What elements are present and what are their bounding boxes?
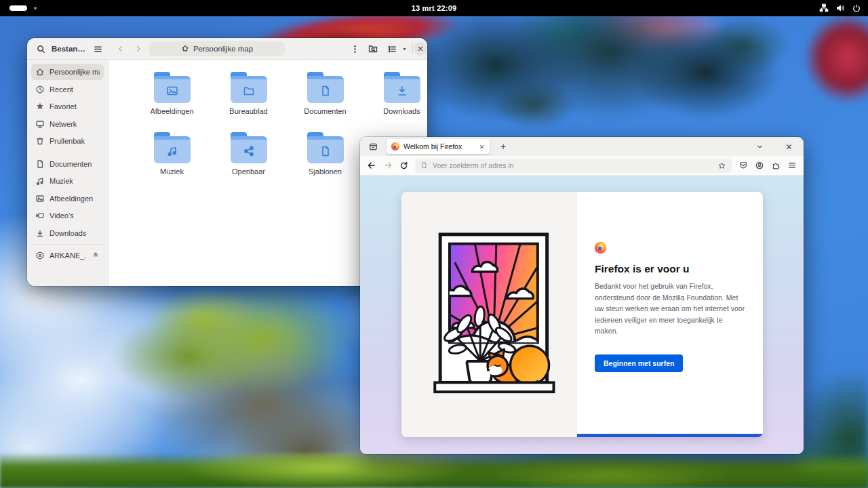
welcome-illustration-panel xyxy=(401,192,577,437)
trash-icon xyxy=(35,136,45,146)
hamburger-menu-icon[interactable] xyxy=(91,42,104,56)
files-sidebar: Persoonlijke map Recent Favoriet Netwerk… xyxy=(27,60,108,286)
sidebar-item-network[interactable]: Netwerk xyxy=(31,116,104,132)
pocket-icon[interactable] xyxy=(738,161,748,170)
header-divider xyxy=(412,43,413,54)
sidebar-item-downloads[interactable]: Downloads xyxy=(31,225,104,241)
home-icon xyxy=(35,67,45,77)
folder-item-templates[interactable]: Sjablonen xyxy=(287,132,363,176)
eject-icon[interactable] xyxy=(92,249,100,262)
sidebar-separator xyxy=(33,244,102,245)
document-icon xyxy=(35,159,45,169)
welcome-card: Firefox is er voor u Bedankt voor het ge… xyxy=(401,192,763,437)
back-icon[interactable] xyxy=(367,161,376,170)
sidebar-item-device[interactable]: ARKANE_… xyxy=(31,247,104,264)
new-tab-button[interactable]: + xyxy=(496,141,510,152)
desktop: 13 mrt 22:09 Bestan… Persoonlijk xyxy=(0,0,868,488)
wallpaper-rocks xyxy=(420,12,800,144)
tab-close-icon[interactable] xyxy=(479,144,485,150)
welcome-body-text: Bedankt voor het gebruik van Firefox, on… xyxy=(595,281,745,337)
folder-item-music[interactable]: Muziek xyxy=(134,132,210,176)
firefox-logo-icon xyxy=(595,242,606,253)
sidebar-item-recent[interactable]: Recent xyxy=(31,81,104,98)
firefox-window: Welkom bij Firefox + Voer zoekterm of ad… xyxy=(360,137,804,454)
firefox-nav-bar: Voer zoekterm of adres in xyxy=(360,156,804,176)
download-icon xyxy=(35,228,45,238)
system-status-area[interactable] xyxy=(819,0,861,16)
gnome-top-bar: 13 mrt 22:09 xyxy=(0,0,868,16)
back-button[interactable] xyxy=(114,42,127,56)
sidebar-item-pictures[interactable]: Afbeeldingen xyxy=(31,190,104,207)
video-icon xyxy=(35,211,45,220)
forward-button[interactable] xyxy=(132,42,145,56)
network-icon xyxy=(35,119,45,129)
forward-icon[interactable] xyxy=(383,161,393,170)
path-label: Persoonlijke map xyxy=(193,45,253,53)
extensions-icon[interactable] xyxy=(771,161,781,170)
view-dropdown-caret-icon[interactable] xyxy=(399,42,410,56)
window-close-button[interactable] xyxy=(414,42,427,56)
sidebar-item-trash[interactable]: Prullenbak xyxy=(31,133,104,149)
desktop-folder-icon xyxy=(231,72,267,103)
disc-icon xyxy=(35,251,45,260)
active-tab[interactable]: Welkom bij Firefox xyxy=(387,139,490,154)
wallpaper-red-corner xyxy=(804,12,868,104)
music-icon xyxy=(35,176,45,186)
folder-item-public[interactable]: Openbaar xyxy=(210,132,287,176)
volume-icon xyxy=(835,3,845,13)
star-icon xyxy=(35,102,45,111)
public-folder-icon xyxy=(231,132,267,163)
firefox-view-icon[interactable] xyxy=(368,142,378,152)
music-folder-icon xyxy=(154,132,191,163)
welcome-heading: Firefox is er voor u xyxy=(595,263,745,275)
firefox-logo-icon xyxy=(391,142,399,150)
bookmark-star-icon[interactable] xyxy=(717,161,726,170)
folder-item-desktop[interactable]: Bureaublad xyxy=(210,72,287,115)
sidebar-item-starred[interactable]: Favoriet xyxy=(31,98,104,115)
tab-list-chevron-icon[interactable] xyxy=(756,143,764,150)
image-icon xyxy=(35,194,45,203)
app-title: Bestan… xyxy=(52,38,85,60)
files-headerbar: Bestan… Persoonlijke map xyxy=(27,38,427,60)
start-browsing-button[interactable]: Beginnen met surfen xyxy=(595,354,683,372)
search-folder-icon[interactable] xyxy=(366,42,380,56)
kebab-menu-icon[interactable] xyxy=(348,42,361,56)
list-view-icon[interactable] xyxy=(385,42,399,56)
fox-window-illustration xyxy=(415,229,564,400)
wallpaper-green-bottom xyxy=(0,453,868,488)
firefox-page-content: Firefox is er voor u Bedankt voor het ge… xyxy=(360,176,804,454)
clock[interactable]: 13 mrt 22:09 xyxy=(0,4,868,12)
reload-icon[interactable] xyxy=(399,161,408,170)
account-icon[interactable] xyxy=(755,161,764,170)
network-icon xyxy=(819,3,829,13)
page-icon xyxy=(420,159,428,171)
search-button[interactable] xyxy=(34,42,47,56)
sidebar-item-documents[interactable]: Documenten xyxy=(31,156,104,172)
app-menu-hamburger-icon[interactable] xyxy=(787,161,797,170)
folder-item-downloads[interactable]: Downloads xyxy=(363,72,427,115)
url-bar[interactable]: Voer zoekterm of adres in xyxy=(415,159,732,173)
home-icon xyxy=(181,44,189,54)
folder-item-documents[interactable]: Documenten xyxy=(287,72,363,115)
sidebar-item-music[interactable]: Muziek xyxy=(31,173,104,189)
folder-item-pictures[interactable]: Afbeeldingen xyxy=(134,72,210,115)
path-bar-button[interactable]: Persoonlijke map xyxy=(149,41,285,56)
firefox-tab-bar: Welkom bij Firefox + xyxy=(360,137,804,156)
power-icon xyxy=(852,3,861,13)
welcome-text-panel: Firefox is er voor u Bedankt voor het ge… xyxy=(577,192,763,437)
sidebar-item-videos[interactable]: Video's xyxy=(31,207,104,224)
window-close-icon[interactable] xyxy=(785,143,793,150)
documents-folder-icon xyxy=(307,72,344,103)
clock-icon xyxy=(35,85,45,94)
downloads-folder-icon xyxy=(384,72,420,103)
tab-title: Welkom bij Firefox xyxy=(403,142,475,150)
sidebar-item-home[interactable]: Persoonlijke map xyxy=(31,64,104,80)
url-placeholder: Voer zoekterm of adres in xyxy=(433,161,713,169)
templates-folder-icon xyxy=(307,132,344,163)
pictures-folder-icon xyxy=(154,72,191,103)
